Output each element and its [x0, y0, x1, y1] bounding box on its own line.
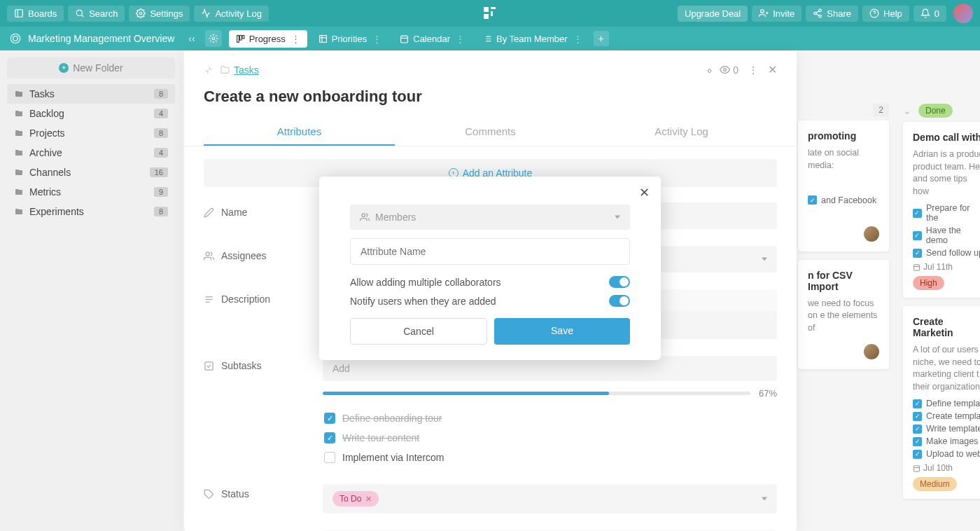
- attribute-modal: ✕ Members Allow adding multiple collabor…: [319, 177, 661, 360]
- users-icon: [360, 212, 370, 222]
- modal-overlay: ✕ Members Allow adding multiple collabor…: [0, 0, 980, 531]
- save-button[interactable]: Save: [494, 318, 630, 345]
- attribute-name-input[interactable]: [350, 238, 630, 265]
- option-multi-label: Allow adding multiple collaborators: [350, 277, 501, 288]
- toggle-multi[interactable]: [609, 276, 630, 288]
- cancel-button[interactable]: Cancel: [350, 318, 487, 345]
- modal-close-button[interactable]: ✕: [639, 185, 650, 200]
- attribute-type-select[interactable]: Members: [350, 205, 630, 230]
- svg-point-50: [362, 214, 365, 217]
- toggle-notify[interactable]: [609, 295, 630, 307]
- option-notify-label: Notify users when they are added: [350, 296, 496, 307]
